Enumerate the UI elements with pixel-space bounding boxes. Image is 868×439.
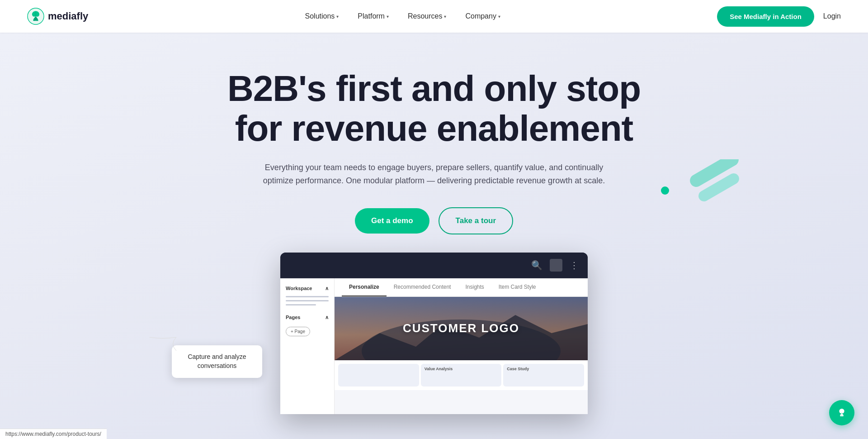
nav-item-resources[interactable]: Resources ▾: [401, 9, 453, 24]
fab-button[interactable]: [829, 400, 854, 425]
sidebar-line: [286, 300, 329, 301]
nav-item-company[interactable]: Company ▾: [458, 9, 507, 24]
tooltip-text: Capture and analyze conversations: [188, 353, 246, 369]
logo-link[interactable]: mediafly: [27, 8, 88, 25]
tab-recommended-content[interactable]: Recommended Content: [387, 278, 458, 296]
more-options-icon[interactable]: ⋮: [570, 260, 579, 271]
chevron-down-icon: ▾: [387, 14, 389, 19]
bottom-cards: Value Analysis Case Study: [335, 360, 588, 390]
get-demo-button[interactable]: Get a demo: [355, 208, 429, 234]
main-panel: Personalize Recommended Content Insights…: [335, 278, 588, 414]
url-text: https://www.mediafly.com/product-tours/: [5, 431, 101, 437]
browser-toolbar: 🔍 ⋮: [280, 253, 588, 278]
tab-personalize[interactable]: Personalize: [342, 278, 387, 296]
customer-logo: CUSTOMER LOGO: [403, 321, 519, 335]
hero-title: B2B's first and only stop for revenue en…: [208, 69, 660, 148]
nav-actions: See Mediafly in Action Login: [717, 6, 841, 27]
decorative-dot: [661, 186, 669, 195]
login-button[interactable]: Login: [823, 12, 841, 20]
chevron-down-icon: ▾: [498, 14, 500, 19]
hero-section: B2B's first and only stop for revenue en…: [0, 33, 868, 439]
nav-item-solutions[interactable]: Solutions ▾: [298, 9, 346, 24]
tooltip-box: Capture and analyze conversations: [172, 345, 262, 377]
hero-subtitle: Everything your team needs to engage buy…: [258, 161, 610, 187]
tooltip-arrow: [149, 337, 176, 351]
pages-label: Pages ∧: [286, 315, 329, 320]
nav-link-company[interactable]: Company ▾: [458, 9, 507, 24]
mini-card-1: [338, 364, 419, 387]
decorative-shapes: [660, 159, 750, 241]
mini-card-3: Case Study: [503, 364, 584, 387]
browser-window: 🔍 ⋮ Workspace ∧ Page: [280, 253, 588, 414]
add-page-button[interactable]: + Page: [286, 327, 310, 336]
mini-card-2: Value Analysis: [421, 364, 502, 387]
nav-link-solutions[interactable]: Solutions ▾: [298, 9, 346, 24]
navigation: mediafly Solutions ▾ Platform ▾ Resource…: [0, 0, 868, 33]
sidebar-panel: Workspace ∧ Pages ∧ + Page: [280, 278, 335, 414]
tab-item-card-style[interactable]: Item Card Style: [491, 278, 543, 296]
browser-avatar: [550, 259, 562, 272]
hero-image-area: CUSTOMER LOGO: [335, 297, 588, 360]
product-preview: 🔍 ⋮ Workspace ∧ Page: [280, 253, 588, 414]
chevron-down-icon: ▾: [336, 14, 339, 19]
sidebar-line: [286, 304, 316, 305]
search-icon[interactable]: 🔍: [531, 260, 542, 271]
url-bar: https://www.mediafly.com/product-tours/: [0, 429, 107, 439]
browser-content: Workspace ∧ Pages ∧ + Page: [280, 278, 588, 414]
nav-link-platform[interactable]: Platform ▾: [350, 9, 396, 24]
nav-links: Solutions ▾ Platform ▾ Resources ▾ Compa…: [298, 9, 508, 24]
workspace-label: Workspace ∧: [286, 286, 329, 291]
logo-icon: [27, 8, 44, 25]
chevron-down-icon: ▾: [444, 14, 446, 19]
nav-item-platform[interactable]: Platform ▾: [350, 9, 396, 24]
hero-buttons: Get a demo Take a tour: [355, 207, 513, 234]
take-tour-button[interactable]: Take a tour: [439, 207, 513, 234]
sidebar-line: [286, 296, 329, 297]
see-mediafly-button[interactable]: See Mediafly in Action: [717, 6, 814, 27]
logo-text: mediafly: [48, 10, 88, 22]
tab-insights[interactable]: Insights: [458, 278, 491, 296]
svg-rect-2: [697, 172, 741, 204]
nav-link-resources[interactable]: Resources ▾: [401, 9, 453, 24]
svg-rect-1: [688, 159, 741, 189]
sidebar-lines: [286, 296, 329, 305]
tabs-bar: Personalize Recommended Content Insights…: [335, 278, 588, 297]
fab-icon: [835, 406, 848, 419]
